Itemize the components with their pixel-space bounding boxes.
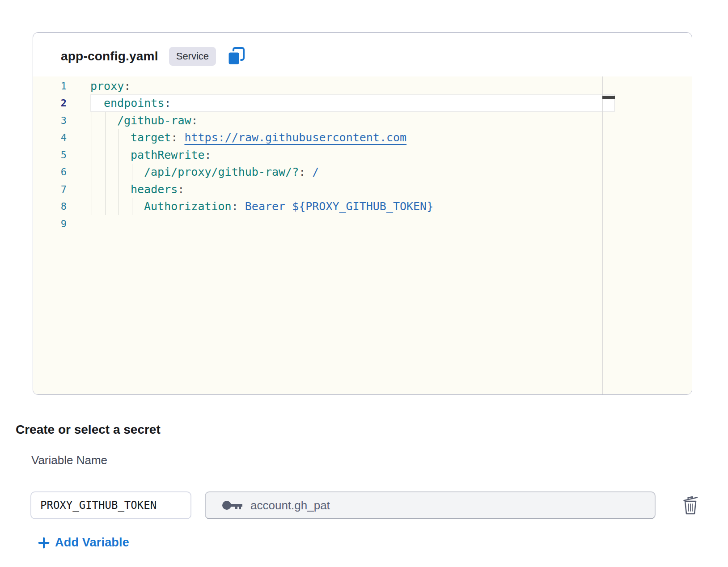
code-token-key: /api/proxy/github-raw/? (144, 165, 299, 178)
line-content: Authorization: Bearer ${PROXY_GITHUB_TOK… (67, 201, 433, 212)
code-line-6[interactable]: 6/api/proxy/github-raw/?: / (33, 164, 692, 181)
code-token-punct: : (178, 183, 184, 196)
line-number: 4 (33, 132, 67, 143)
code-token-key: /github-raw (117, 114, 191, 127)
code-lines: 1proxy:2endpoints:3/github-raw:4target: … (33, 77, 692, 233)
code-token-key: proxy (90, 80, 124, 93)
code-line-7[interactable]: 7headers: (33, 181, 692, 198)
file-name: app-config.yaml (61, 49, 158, 63)
line-number: 5 (33, 149, 67, 161)
delete-variable-button[interactable] (679, 492, 702, 517)
code-link[interactable]: https://raw.githubusercontent.com (184, 131, 406, 144)
code-editor-card: app-config.yaml Service 1proxy:2endpoint… (33, 32, 692, 395)
copy-icon (227, 46, 245, 67)
line-content: target: https://raw.githubusercontent.co… (67, 132, 406, 143)
secret-select[interactable]: account.gh_pat (205, 491, 656, 519)
plus-icon (38, 537, 50, 549)
service-badge: Service (169, 47, 216, 66)
line-content: headers: (67, 184, 184, 195)
code-token-punct: : (124, 80, 131, 93)
code-line-3[interactable]: 3/github-raw: (33, 112, 692, 129)
variable-name-label: Variable Name (31, 453, 107, 467)
secret-select-value: account.gh_pat (250, 499, 330, 512)
code-line-1[interactable]: 1proxy: (33, 77, 692, 95)
code-token-value: / (312, 165, 319, 178)
code-line-9[interactable]: 9 (33, 215, 692, 233)
code-line-5[interactable]: 5pathRewrite: (33, 146, 692, 164)
code-line-2[interactable]: 2endpoints: (33, 95, 692, 112)
variable-name-input[interactable] (30, 491, 191, 519)
code-token-key: headers (131, 183, 178, 196)
page: app-config.yaml Service 1proxy:2endpoint… (0, 0, 728, 567)
key-icon (222, 499, 243, 511)
line-content: proxy: (67, 80, 131, 92)
copy-button[interactable] (227, 46, 245, 67)
code-token-key: pathRewrite (131, 148, 205, 161)
line-number: 3 (33, 115, 67, 126)
line-number: 8 (33, 201, 67, 212)
line-number: 1 (33, 80, 67, 92)
line-content: endpoints: (67, 97, 171, 109)
line-content: pathRewrite: (67, 149, 212, 161)
line-number: 7 (33, 184, 67, 195)
add-variable-label: Add Variable (55, 536, 129, 550)
code-token-punct: : (171, 131, 184, 144)
line-number: 6 (33, 166, 67, 178)
code-token-key: Authorization (144, 200, 232, 213)
add-variable-button[interactable]: Add Variable (38, 536, 129, 550)
code-token-punct: : (191, 114, 198, 127)
code-token-key: target (131, 131, 171, 144)
code-token-punct: : (299, 165, 312, 178)
code-token-punct: : (232, 200, 245, 213)
line-number: 2 (33, 97, 67, 109)
code-line-8[interactable]: 8Authorization: Bearer ${PROXY_GITHUB_TO… (33, 198, 692, 216)
secret-section-heading: Create or select a secret (16, 423, 161, 437)
code-line-4[interactable]: 4target: https://raw.githubusercontent.c… (33, 129, 692, 147)
line-number: 9 (33, 218, 67, 229)
code-token-punct: : (205, 148, 212, 161)
code-token-value: Bearer ${PROXY_GITHUB_TOKEN} (245, 200, 433, 213)
card-header: app-config.yaml Service (61, 46, 245, 67)
code-editor[interactable]: 1proxy:2endpoints:3/github-raw:4target: … (33, 76, 692, 394)
trash-icon (681, 493, 700, 516)
line-content: /api/proxy/github-raw/?: / (67, 166, 319, 178)
line-content: /github-raw: (67, 115, 198, 126)
code-token-key: endpoints (104, 97, 164, 110)
code-token-punct: : (164, 97, 171, 110)
